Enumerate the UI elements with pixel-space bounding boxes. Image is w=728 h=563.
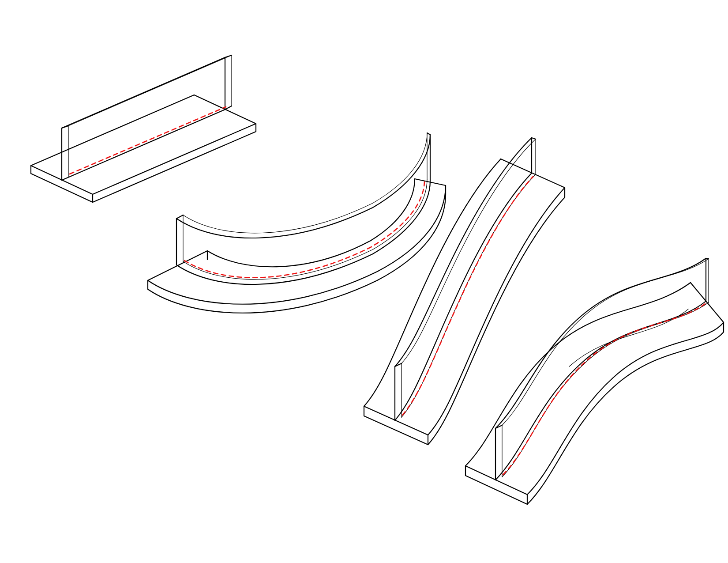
shape-s-curve-T (465, 258, 724, 504)
shape-straight-T (31, 55, 256, 202)
diagram-canvas (0, 0, 728, 563)
shape-arc-T (148, 133, 446, 313)
shape-vertical-curve-T (364, 138, 565, 445)
